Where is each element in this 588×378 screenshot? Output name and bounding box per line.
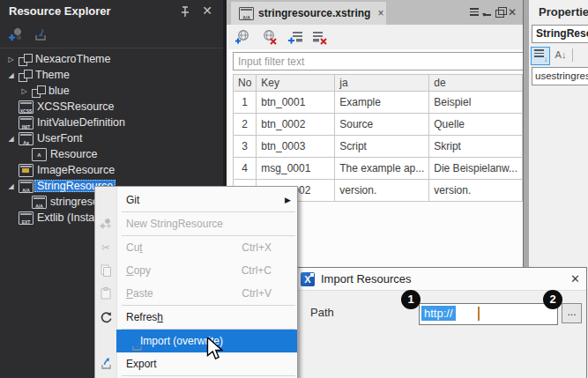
import-resources-dialog: X Import Resources ✕ Path http:// ...: [294, 267, 587, 378]
expander-icon[interactable]: ▷: [6, 56, 16, 63]
context-menu: Git ▶ New StringResource ✂ Cut Ctrl+X: [94, 186, 298, 378]
init-value-icon: INIT: [19, 116, 33, 130]
table-row[interactable]: 3 btn_0003 Script Skript: [234, 136, 523, 158]
col-header-key[interactable]: Key: [257, 75, 335, 92]
close-icon[interactable]: ✕: [570, 272, 580, 285]
string-resource-icon: A/A: [19, 180, 33, 193]
path-input[interactable]: http://: [419, 303, 558, 325]
menu-item-cut: ✂ Cut Ctrl+X: [95, 236, 297, 259]
tree-item-theme[interactable]: ◢ Theme: [0, 67, 223, 83]
tree-item-initvaluedefinition[interactable]: INIT InitValueDefinition: [0, 115, 223, 130]
xcss-resource-icon: XCSS: [19, 100, 33, 114]
string-resource-icon: A/A: [32, 196, 47, 209]
add-resource-icon[interactable]: [7, 26, 24, 43]
categorized-sort-icon[interactable]: ↓: [531, 47, 550, 65]
extlib-icon: EXT: [19, 211, 33, 225]
table-row[interactable]: 2 btn_0002 Source Quelle: [234, 114, 523, 136]
menu-item-copy: Copy Ctrl+C: [95, 259, 297, 282]
menu-item-refresh[interactable]: Refresh: [95, 306, 297, 329]
toolbar-separator: [572, 48, 573, 62]
object-selector[interactable]: StringResource: [532, 25, 588, 43]
string-table: No Key ja de 1 btn_0001 Example Beispiel…: [233, 74, 523, 202]
theme-icon: [19, 70, 32, 81]
import-icon[interactable]: [32, 26, 48, 43]
editor-tabbar: A/A stringresource.xstring × ▾ ✕: [227, 0, 523, 25]
tab-close-icon[interactable]: ×: [377, 7, 383, 19]
dialog-titlebar[interactable]: X Import Resources ✕: [294, 268, 586, 291]
property-filter-input[interactable]: usestringresource: [532, 67, 588, 85]
expander-icon[interactable]: ◢: [6, 135, 16, 143]
font-resource-icon: A: [32, 148, 47, 161]
nexacro-studio-window: Resource Explorer ✕: [0, 0, 588, 378]
image-resource-icon: [19, 164, 33, 177]
resource-explorer-toolbar: [0, 23, 223, 48]
copy-icon: [99, 263, 113, 278]
properties-title: Properties: [539, 5, 588, 19]
string-resource-icon: A/A: [239, 7, 254, 20]
editor-toolbar: [227, 25, 523, 49]
tree-item-font-resource[interactable]: A Resource: [0, 146, 223, 162]
remove-row-icon[interactable]: [310, 28, 328, 49]
annotation-badge-1: 1: [401, 290, 421, 309]
restore-icon[interactable]: [495, 10, 504, 18]
close-icon[interactable]: ✕: [202, 4, 212, 18]
panel-title: Resource Explorer: [9, 4, 111, 18]
filter-input[interactable]: [233, 52, 524, 70]
tree-item-blue[interactable]: ▷ blue: [0, 83, 223, 99]
mouse-cursor: [205, 337, 223, 364]
alphabetical-sort-icon[interactable]: A↓: [553, 47, 569, 63]
add-language-icon[interactable]: [234, 28, 251, 49]
menu-item-new-stringresource: New StringResource: [95, 212, 297, 235]
browse-button[interactable]: ...: [562, 303, 582, 323]
col-header-de[interactable]: de: [429, 75, 523, 92]
tab-list-menu-icon[interactable]: ▾: [470, 8, 479, 18]
export-icon: [99, 357, 113, 371]
col-header-no[interactable]: No: [234, 75, 257, 92]
tree-item-imageresource[interactable]: ImageResource: [0, 162, 223, 178]
cut-icon: ✂: [99, 241, 113, 255]
expander-icon[interactable]: ◢: [6, 182, 16, 190]
minimize-icon[interactable]: [483, 14, 491, 16]
theme-icon: [19, 54, 32, 65]
user-font-icon: Aa: [19, 132, 33, 145]
path-label: Path: [310, 306, 334, 319]
menu-item-git[interactable]: Git ▶: [95, 189, 297, 211]
submenu-arrow-icon: ▶: [285, 196, 291, 204]
new-stringresource-icon: [99, 217, 113, 231]
tree-item-userfont[interactable]: ◢ Aa UserFont: [0, 130, 223, 146]
tree-item-nexacrotheme[interactable]: ▷ NexacroTheme: [0, 51, 223, 67]
menu-separator: [122, 375, 295, 376]
refresh-icon: [99, 310, 113, 324]
add-row-icon[interactable]: [287, 28, 305, 49]
menu-item-import-overwrite[interactable]: Import (overwrite): [95, 330, 297, 352]
remove-language-icon[interactable]: [261, 28, 279, 49]
annotation-badge-2: 2: [543, 290, 562, 309]
table-header-row: No Key ja de: [234, 75, 523, 92]
text-caret: [478, 307, 480, 321]
close-icon[interactable]: ✕: [508, 7, 517, 18]
table-row[interactable]: 4 msg_0001 The example ap... Die Beispie…: [234, 158, 523, 180]
selected-text: http://: [421, 306, 456, 321]
table-row[interactable]: 1 btn_0001 Example Beispiel: [234, 92, 523, 114]
expander-icon[interactable]: ▷: [19, 87, 29, 95]
paste-icon: [99, 286, 113, 300]
nexacro-logo-icon: X: [301, 272, 315, 286]
menu-item-export[interactable]: Export: [95, 352, 297, 375]
col-header-ja[interactable]: ja: [335, 75, 429, 92]
menu-item-paste: Paste Ctrl+V: [95, 282, 297, 305]
tree-item-xcssresource[interactable]: XCSS XCSSResource: [0, 99, 223, 115]
dialog-title: Import Resources: [321, 272, 412, 285]
expander-icon[interactable]: ◢: [6, 71, 16, 79]
pin-icon[interactable]: [179, 5, 191, 19]
tab-stringresource-xstring[interactable]: A/A stringresource.xstring ×: [231, 2, 386, 25]
theme-icon: [32, 85, 45, 97]
